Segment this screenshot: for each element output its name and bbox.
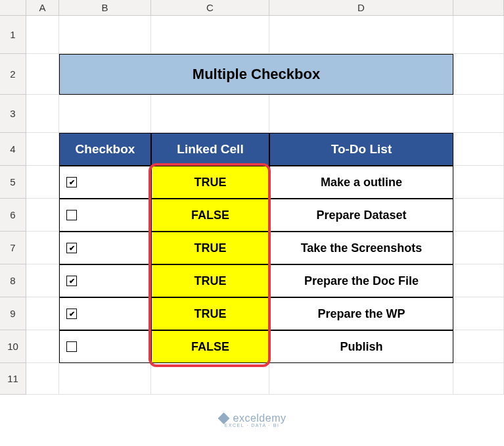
checkbox-control[interactable]: ✔ (66, 243, 77, 253)
checkbox-control[interactable]: ✔ (66, 177, 77, 187)
table-row: 6 FALSE Prepare Dataset (0, 199, 504, 232)
cell-A11[interactable] (26, 363, 59, 395)
cell-A7[interactable] (26, 232, 59, 264)
todo-value[interactable]: Take the Screenshots (269, 232, 453, 264)
cell-A3[interactable] (26, 95, 59, 133)
cell-B1[interactable] (59, 16, 151, 54)
checkbox-control[interactable]: ✔ (66, 276, 77, 286)
cell-E3[interactable] (453, 95, 504, 133)
cell-C1[interactable] (151, 16, 269, 54)
row-11: 11 (0, 363, 504, 395)
linked-cell-value[interactable]: TRUE (151, 232, 269, 264)
cell-A10[interactable] (26, 330, 59, 363)
cell-B11[interactable] (59, 363, 151, 395)
checkbox-cell[interactable] (59, 199, 151, 232)
spreadsheet: A B C D 1 2 Multiple Checkbox 3 4 Checkb… (0, 0, 504, 446)
row-4: 4 Checkbox Linked Cell To-Do List (0, 133, 504, 166)
row-header-5[interactable]: 5 (0, 166, 26, 199)
cell-E7[interactable] (453, 232, 504, 264)
checkbox-cell[interactable]: ✔ (59, 166, 151, 199)
cell-E5[interactable] (453, 166, 504, 199)
cell-E4[interactable] (453, 133, 504, 166)
row-header-1[interactable]: 1 (0, 16, 26, 54)
cell-D3[interactable] (269, 95, 453, 133)
row-header-3[interactable]: 3 (0, 95, 26, 133)
cell-E8[interactable] (453, 264, 504, 297)
cell-E10[interactable] (453, 330, 504, 363)
col-header-D[interactable]: D (269, 0, 453, 15)
title-cell[interactable]: Multiple Checkbox (59, 54, 453, 95)
todo-value[interactable]: Make a outline (269, 166, 453, 199)
row-header-9[interactable]: 9 (0, 297, 26, 330)
cell-D1[interactable] (269, 16, 453, 54)
linked-cell-value[interactable]: FALSE (151, 199, 269, 232)
table-row: 10 FALSE Publish (0, 330, 504, 363)
row-header-11[interactable]: 11 (0, 363, 26, 395)
cell-D11[interactable] (269, 363, 453, 395)
cell-A9[interactable] (26, 297, 59, 330)
cell-A6[interactable] (26, 199, 59, 232)
cell-A4[interactable] (26, 133, 59, 166)
cell-E6[interactable] (453, 199, 504, 232)
col-header-blank[interactable] (453, 0, 504, 15)
todo-value[interactable]: Prepare the Doc File (269, 264, 453, 297)
cell-A2[interactable] (26, 54, 59, 95)
select-all-corner[interactable] (0, 0, 26, 15)
col-header-A[interactable]: A (26, 0, 59, 15)
todo-value[interactable]: Prepare Dataset (269, 199, 453, 232)
column-header-row: A B C D (0, 0, 504, 16)
col-header-B[interactable]: B (59, 0, 151, 15)
cell-A8[interactable] (26, 264, 59, 297)
row-header-10[interactable]: 10 (0, 330, 26, 363)
table-row: 7 ✔ TRUE Take the Screenshots (0, 232, 504, 264)
row-header-2[interactable]: 2 (0, 54, 26, 95)
row-header-4[interactable]: 4 (0, 133, 26, 166)
todo-value[interactable]: Publish (269, 330, 453, 363)
linked-cell-value[interactable]: TRUE (151, 166, 269, 199)
cell-C11[interactable] (151, 363, 269, 395)
checkbox-control[interactable] (66, 210, 77, 220)
row-header-7[interactable]: 7 (0, 232, 26, 264)
linked-cell-value[interactable]: TRUE (151, 264, 269, 297)
linked-cell-value[interactable]: TRUE (151, 297, 269, 330)
checkbox-cell[interactable] (59, 330, 151, 363)
checkbox-control[interactable]: ✔ (66, 309, 77, 319)
row-header-6[interactable]: 6 (0, 199, 26, 232)
checkbox-cell[interactable]: ✔ (59, 297, 151, 330)
cell-E1[interactable] (453, 16, 504, 54)
cell-C3[interactable] (151, 95, 269, 133)
header-linked-cell[interactable]: Linked Cell (151, 133, 269, 166)
table-row: 8 ✔ TRUE Prepare the Doc File (0, 264, 504, 297)
cell-A5[interactable] (26, 166, 59, 199)
col-header-C[interactable]: C (151, 0, 269, 15)
cell-E11[interactable] (453, 363, 504, 395)
table-row: 5 ✔ TRUE Make a outline (0, 166, 504, 199)
checkbox-control[interactable] (66, 341, 77, 352)
linked-cell-value[interactable]: FALSE (151, 330, 269, 363)
cell-E2[interactable] (453, 54, 504, 95)
cell-A1[interactable] (26, 16, 59, 54)
row-1: 1 (0, 16, 504, 54)
row-3: 3 (0, 95, 504, 133)
todo-value[interactable]: Prepare the WP (269, 297, 453, 330)
watermark-tagline: EXCEL · DATA · BI (225, 423, 280, 428)
header-checkbox[interactable]: Checkbox (59, 133, 151, 166)
cell-E9[interactable] (453, 297, 504, 330)
cell-B3[interactable] (59, 95, 151, 133)
row-header-8[interactable]: 8 (0, 264, 26, 297)
watermark: exceldemy EXCEL · DATA · BI (218, 412, 286, 428)
row-2: 2 Multiple Checkbox (0, 54, 504, 95)
table-row: 9 ✔ TRUE Prepare the WP (0, 297, 504, 330)
checkbox-cell[interactable]: ✔ (59, 232, 151, 264)
header-todo[interactable]: To-Do List (269, 133, 453, 166)
checkbox-cell[interactable]: ✔ (59, 264, 151, 297)
